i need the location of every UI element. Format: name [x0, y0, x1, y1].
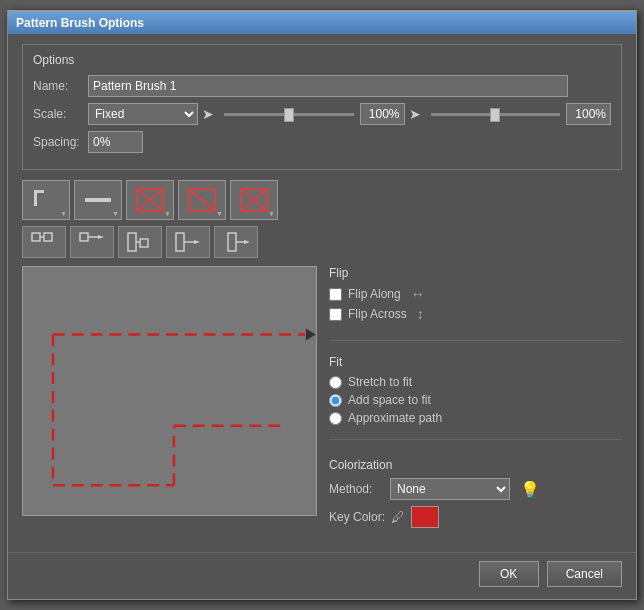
svg-marker-26 [306, 329, 316, 341]
sub-btn-1[interactable] [22, 226, 66, 258]
stretch-label: Stretch to fit [348, 375, 412, 389]
method-select[interactable]: None Tints Tints and Shades Hue Shift [390, 478, 510, 500]
scale-slider2-thumb[interactable] [490, 108, 500, 122]
scale-slider2-container [425, 113, 567, 116]
sub-icon-3 [126, 231, 154, 253]
cancel-button[interactable]: Cancel [547, 561, 622, 587]
scale-label: Scale: [33, 107, 88, 121]
key-color-row: Key Color: 🖊 [329, 506, 622, 528]
svg-rect-12 [44, 233, 52, 241]
key-color-label: Key Color: [329, 510, 385, 524]
method-label: Method: [329, 482, 384, 496]
flip-label: Flip [329, 266, 622, 280]
svg-rect-14 [80, 233, 88, 241]
scale-slider-track[interactable] [224, 113, 354, 116]
scale-slider-thumb[interactable] [284, 108, 294, 122]
flip-along-label: Flip Along [348, 287, 401, 301]
add-space-label: Add space to fit [348, 393, 431, 407]
sub-icon-1 [30, 231, 58, 253]
svg-rect-23 [228, 233, 236, 251]
bulb-icon: 💡 [520, 480, 540, 499]
options-label: Options [33, 53, 611, 67]
key-color-swatch[interactable] [411, 506, 439, 528]
method-row: Method: None Tints Tints and Shades Hue … [329, 478, 622, 500]
scale-select[interactable]: Fixed Proportional [88, 103, 198, 125]
inner-corner-tile-icon [186, 186, 218, 214]
side-tile-icon [82, 186, 114, 214]
eyedropper-icon[interactable]: 🖊 [391, 509, 405, 525]
colorization-section: Colorization Method: None Tints Tints an… [329, 458, 622, 534]
approximate-row: Approximate path [329, 411, 622, 425]
ok-button[interactable]: OK [479, 561, 539, 587]
flip-section: Flip Flip Along ↔ Flip Across ↕ [329, 266, 622, 326]
sub-btn-2[interactable] [70, 226, 114, 258]
scale-arrow2-icon: ➤ [409, 106, 421, 122]
add-space-radio[interactable] [329, 394, 342, 407]
scale-percent2-input[interactable] [566, 103, 611, 125]
fit-label: Fit [329, 355, 622, 369]
flip-along-icon: ↔ [411, 286, 425, 302]
dialog-title: Pattern Brush Options [16, 16, 144, 30]
spacing-row: Spacing: [33, 131, 611, 153]
end-tile-icon [238, 186, 270, 214]
svg-marker-22 [194, 240, 200, 244]
name-label: Name: [33, 79, 88, 93]
separator-2 [329, 439, 622, 440]
tile-btn-inner-corner[interactable] [178, 180, 226, 220]
fit-radio-group: Stretch to fit Add space to fit Approxim… [329, 375, 622, 425]
main-content: Flip Flip Along ↔ Flip Across ↕ Fi [22, 266, 622, 534]
svg-marker-16 [98, 235, 104, 239]
svg-marker-25 [244, 240, 250, 244]
tile-btn-end[interactable] [230, 180, 278, 220]
tile-buttons-row [22, 180, 622, 220]
tile-btn-outer-corner[interactable] [126, 180, 174, 220]
flip-across-icon: ↕ [417, 306, 424, 322]
preview-area [22, 266, 317, 516]
preview-svg [23, 267, 316, 515]
title-bar: Pattern Brush Options [8, 12, 636, 34]
add-space-row: Add space to fit [329, 393, 622, 407]
approximate-label: Approximate path [348, 411, 442, 425]
stretch-radio[interactable] [329, 376, 342, 389]
spacing-input[interactable] [88, 131, 143, 153]
separator-1 [329, 340, 622, 341]
fit-section: Fit Stretch to fit Add space to fit A [329, 355, 622, 425]
sub-icon-2 [78, 231, 106, 253]
svg-line-7 [189, 189, 215, 211]
svg-rect-17 [128, 233, 136, 251]
flip-along-checkbox[interactable] [329, 288, 342, 301]
svg-rect-20 [176, 233, 184, 251]
scale-percent-input[interactable] [360, 103, 405, 125]
sub-btn-5[interactable] [214, 226, 258, 258]
flip-along-row: Flip Along ↔ [329, 286, 622, 302]
name-row: Name: [33, 75, 611, 97]
stretch-row: Stretch to fit [329, 375, 622, 389]
flip-across-checkbox[interactable] [329, 308, 342, 321]
corner-tile-icon [30, 186, 62, 214]
scale-slider-container [218, 113, 360, 116]
sub-btn-3[interactable] [118, 226, 162, 258]
options-group: Options Name: Scale: Fixed Proportional … [22, 44, 622, 170]
sub-btn-4[interactable] [166, 226, 210, 258]
tile-btn-corner[interactable] [22, 180, 70, 220]
scale-arrow-icon: ➤ [202, 106, 214, 122]
svg-rect-1 [34, 190, 37, 206]
dialog-footer: OK Cancel [8, 552, 636, 599]
sub-buttons-row [22, 226, 622, 258]
svg-rect-2 [85, 198, 111, 202]
outer-corner-tile-icon [134, 186, 166, 214]
scale-row: Scale: Fixed Proportional ➤ ➤ [33, 103, 611, 125]
scale-slider2-track[interactable] [431, 113, 561, 116]
tile-btn-side[interactable] [74, 180, 122, 220]
name-input[interactable] [88, 75, 568, 97]
sub-icon-4 [174, 231, 202, 253]
colorization-label: Colorization [329, 458, 622, 472]
right-panel: Flip Flip Along ↔ Flip Across ↕ Fi [329, 266, 622, 534]
flip-across-label: Flip Across [348, 307, 407, 321]
flip-across-row: Flip Across ↕ [329, 306, 622, 322]
approximate-radio[interactable] [329, 412, 342, 425]
spacing-label: Spacing: [33, 135, 88, 149]
svg-rect-11 [32, 233, 40, 241]
sub-icon-5 [222, 231, 250, 253]
pattern-brush-dialog: Pattern Brush Options Options Name: Scal… [7, 10, 637, 600]
